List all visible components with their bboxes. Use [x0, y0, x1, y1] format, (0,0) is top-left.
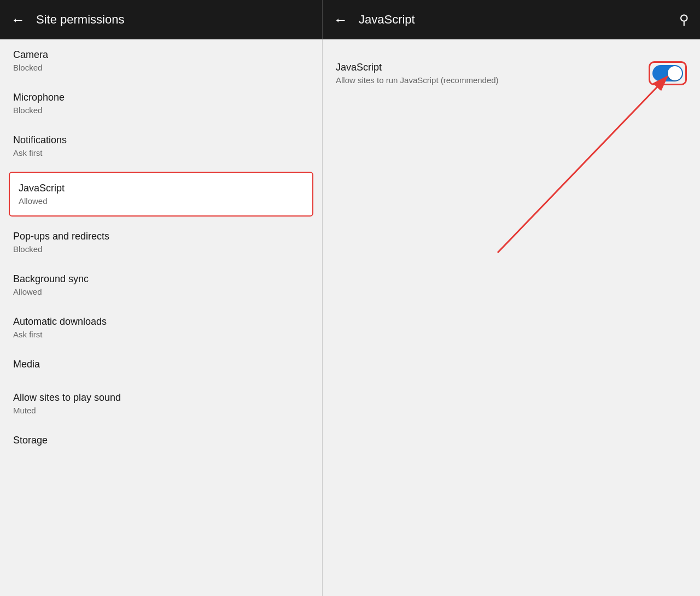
toggle-knob [668, 66, 682, 80]
javascript-setting-row: JavaScript Allow sites to run JavaScript… [336, 52, 687, 94]
permission-automatic-downloads-title: Automatic downloads [13, 316, 309, 328]
annotation-arrow [323, 39, 700, 596]
permission-sound[interactable]: Allow sites to play sound Muted [0, 382, 322, 425]
javascript-toggle[interactable] [652, 65, 683, 81]
permission-camera-subtitle: Blocked [13, 63, 309, 72]
permission-popups-title: Pop-ups and redirects [13, 231, 309, 242]
right-panel: JavaScript Allow sites to run JavaScript… [323, 39, 700, 596]
javascript-setting-title: JavaScript [336, 62, 499, 73]
permission-javascript-title: JavaScript [19, 183, 304, 194]
permission-media[interactable]: Media [0, 349, 322, 382]
permission-notifications[interactable]: Notifications Ask first [0, 125, 322, 167]
permission-notifications-title: Notifications [13, 135, 309, 146]
left-back-button[interactable]: ← [11, 11, 25, 28]
permission-popups-subtitle: Blocked [13, 244, 309, 254]
left-header: ← Site permissions [0, 0, 323, 39]
permission-popups[interactable]: Pop-ups and redirects Blocked [0, 221, 322, 264]
permission-background-sync-subtitle: Allowed [13, 287, 309, 296]
javascript-toggle-wrapper [649, 61, 687, 85]
permission-media-title: Media [13, 359, 309, 370]
right-header: ← JavaScript ⚲ [323, 0, 700, 39]
javascript-setting-text: JavaScript Allow sites to run JavaScript… [336, 62, 499, 85]
permission-microphone-title: Microphone [13, 92, 309, 103]
javascript-settings: JavaScript Allow sites to run JavaScript… [323, 39, 700, 107]
left-header-title: Site permissions [36, 13, 124, 27]
permission-background-sync[interactable]: Background sync Allowed [0, 264, 322, 306]
permission-sound-title: Allow sites to play sound [13, 392, 309, 404]
permission-storage[interactable]: Storage [0, 425, 322, 458]
permission-javascript-subtitle: Allowed [19, 196, 304, 206]
permission-camera-title: Camera [13, 49, 309, 61]
search-icon[interactable]: ⚲ [679, 12, 689, 27]
javascript-setting-subtitle: Allow sites to run JavaScript (recommend… [336, 75, 499, 85]
permission-background-sync-title: Background sync [13, 273, 309, 285]
right-back-button[interactable]: ← [334, 11, 348, 28]
permission-automatic-downloads[interactable]: Automatic downloads Ask first [0, 306, 322, 349]
right-header-left: ← JavaScript [334, 11, 415, 28]
permission-automatic-downloads-subtitle: Ask first [13, 330, 309, 339]
permission-notifications-subtitle: Ask first [13, 148, 309, 157]
content-row: Camera Blocked Microphone Blocked Notifi… [0, 39, 700, 596]
right-header-title: JavaScript [359, 13, 415, 27]
left-panel: Camera Blocked Microphone Blocked Notifi… [0, 39, 323, 596]
permission-microphone[interactable]: Microphone Blocked [0, 82, 322, 125]
header-row: ← Site permissions ← JavaScript ⚲ [0, 0, 700, 39]
permission-microphone-subtitle: Blocked [13, 106, 309, 115]
permission-storage-title: Storage [13, 435, 309, 446]
permission-javascript[interactable]: JavaScript Allowed [9, 172, 313, 217]
permission-camera[interactable]: Camera Blocked [0, 39, 322, 82]
permission-sound-subtitle: Muted [13, 406, 309, 415]
